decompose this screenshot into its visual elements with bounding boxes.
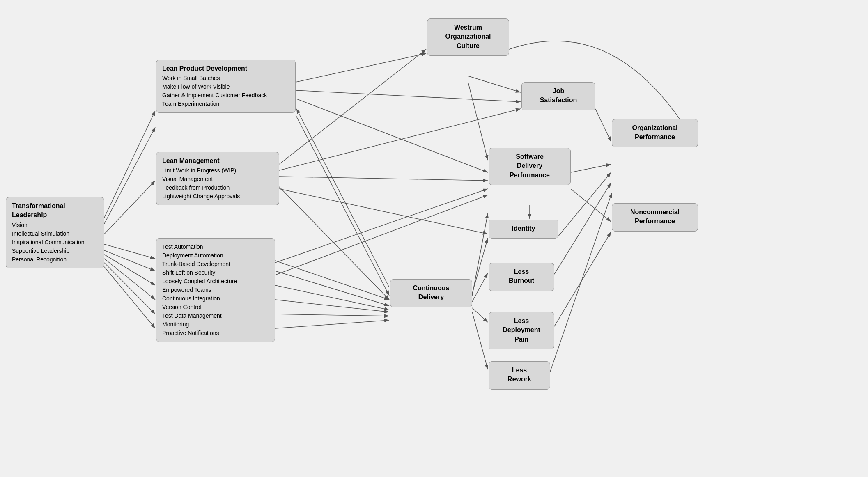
svg-line-3 xyxy=(104,181,155,234)
svg-line-15 xyxy=(279,177,488,181)
svg-line-12 xyxy=(296,115,389,296)
lean-product-development-node: Lean Product Development Work in Small B… xyxy=(156,60,296,113)
lean-management-title: Lean Management xyxy=(162,156,273,165)
continuous-delivery-node: ContinuousDelivery xyxy=(390,279,472,307)
svg-line-23 xyxy=(275,320,389,328)
svg-line-19 xyxy=(275,271,389,306)
noncommercial-performance-title: NoncommercialPerformance xyxy=(618,208,692,226)
svg-line-9 xyxy=(104,267,155,328)
svg-line-37 xyxy=(554,183,611,274)
less-deployment-pain-title: LessDeploymentPain xyxy=(495,316,548,344)
svg-line-32 xyxy=(472,238,488,294)
svg-line-17 xyxy=(279,187,389,300)
less-burnout-title: LessBurnout xyxy=(495,267,548,286)
transformational-leadership-items: Vision Intellectual Stimulation Inspirat… xyxy=(12,221,98,264)
svg-line-28 xyxy=(595,109,611,142)
transformational-leadership-title: Transformational Leadership xyxy=(12,202,98,220)
westrum-title: WestrumOrganizationalCulture xyxy=(433,23,503,50)
diagram-container: Transformational Leadership Vision Intel… xyxy=(0,0,868,477)
transformational-leadership-node: Transformational Leadership Vision Intel… xyxy=(6,197,104,268)
svg-line-26 xyxy=(468,76,521,92)
less-rework-node: LessRework xyxy=(489,361,550,390)
svg-line-22 xyxy=(275,314,389,316)
svg-line-4 xyxy=(104,244,155,259)
svg-line-41 xyxy=(279,189,488,234)
svg-line-27 xyxy=(468,82,488,160)
svg-line-11 xyxy=(296,99,488,172)
svg-line-2 xyxy=(104,127,155,224)
identity-title: Identity xyxy=(495,224,552,233)
organizational-performance-node: OrganizationalPerformance xyxy=(612,119,698,147)
svg-line-14 xyxy=(279,49,426,164)
svg-line-24 xyxy=(275,189,488,263)
svg-line-21 xyxy=(275,300,389,312)
lean-product-development-items: Work in Small Batches Make Flow of Work … xyxy=(162,74,289,108)
svg-line-6 xyxy=(104,255,155,285)
lean-product-development-title: Lean Product Development xyxy=(162,64,289,73)
job-satisfaction-title: JobSatisfaction xyxy=(528,87,589,105)
svg-line-25 xyxy=(275,195,488,275)
lean-management-node: Lean Management Limit Work in Progress (… xyxy=(156,152,279,205)
svg-line-20 xyxy=(275,285,389,310)
less-burnout-node: LessBurnout xyxy=(489,263,554,291)
svg-line-29 xyxy=(571,164,611,172)
svg-line-40 xyxy=(296,90,521,102)
less-rework-title: LessRework xyxy=(495,366,544,384)
noncommercial-performance-node: NoncommercialPerformance xyxy=(612,203,698,232)
svg-line-18 xyxy=(275,261,389,300)
svg-line-13 xyxy=(296,109,389,287)
svg-line-16 xyxy=(279,109,521,170)
svg-line-31 xyxy=(472,213,488,296)
svg-line-8 xyxy=(104,263,155,314)
svg-line-34 xyxy=(472,308,488,322)
continuous-delivery-title: ContinuousDelivery xyxy=(396,284,466,302)
technical-practices-node: Test Automation Deployment Automation Tr… xyxy=(156,238,275,342)
svg-line-33 xyxy=(472,273,488,302)
arrows-svg xyxy=(0,0,868,477)
less-deployment-pain-node: LessDeploymentPain xyxy=(489,312,554,349)
software-delivery-performance-node: SoftwareDeliveryPerformance xyxy=(489,148,571,185)
identity-node: Identity xyxy=(489,220,558,238)
job-satisfaction-node: JobSatisfaction xyxy=(521,82,595,110)
software-delivery-performance-title: SoftwareDeliveryPerformance xyxy=(495,152,565,180)
svg-line-30 xyxy=(571,189,611,222)
svg-line-7 xyxy=(104,259,155,300)
westrum-node: WestrumOrganizationalCulture xyxy=(427,18,509,56)
organizational-performance-title: OrganizationalPerformance xyxy=(618,124,692,142)
technical-practices-items: Test Automation Deployment Automation Tr… xyxy=(162,243,269,337)
lean-management-items: Limit Work in Progress (WIP) Visual Mana… xyxy=(162,166,273,201)
svg-line-38 xyxy=(554,232,611,326)
svg-line-5 xyxy=(104,250,155,271)
svg-line-10 xyxy=(296,53,426,82)
svg-line-39 xyxy=(550,193,612,372)
svg-line-1 xyxy=(104,111,155,218)
svg-line-35 xyxy=(472,312,488,369)
